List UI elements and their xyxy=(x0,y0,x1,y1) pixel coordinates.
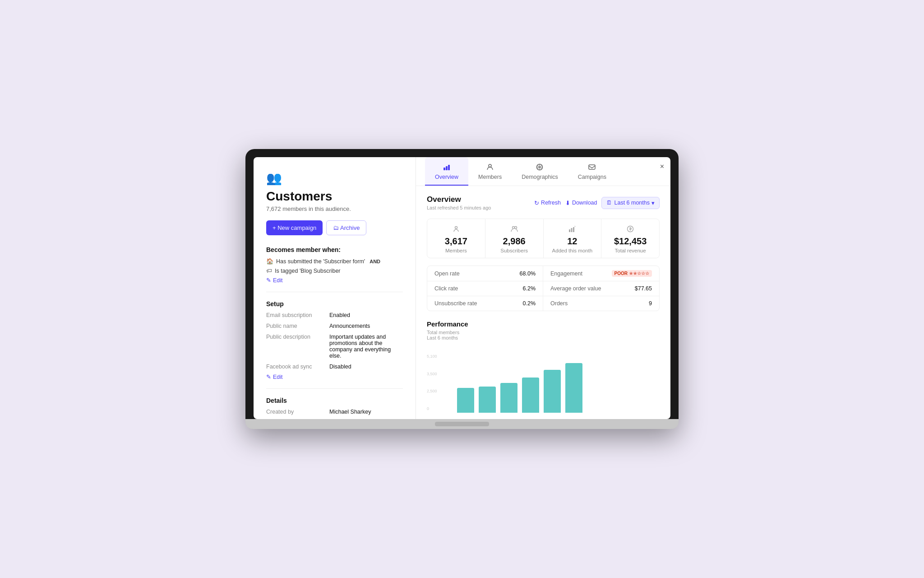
tab-campaigns[interactable]: Campaigns xyxy=(568,157,616,186)
revenue-stat-icon xyxy=(627,225,634,234)
chart-bar-1 xyxy=(457,388,474,413)
tab-members[interactable]: Members xyxy=(468,157,512,186)
svg-rect-0 xyxy=(444,168,445,170)
subscribers-stat-icon xyxy=(511,225,518,234)
laptop-screen: 👥 Customers 7,672 members in this audien… xyxy=(254,157,670,419)
svg-point-6 xyxy=(455,227,457,229)
audience-icon: 👥 xyxy=(266,171,403,186)
svg-point-3 xyxy=(489,164,491,167)
tab-demographics-label: Demographics xyxy=(522,174,558,180)
calendar-icon: 🗓 xyxy=(606,200,612,206)
setup-label-public-name: Public name xyxy=(266,323,329,329)
setup-edit-label: Edit xyxy=(273,374,283,380)
left-panel: 👥 Customers 7,672 members in this audien… xyxy=(254,157,416,419)
chart-bar-5 xyxy=(544,370,561,413)
divider-1 xyxy=(266,292,403,292)
poor-text: POOR xyxy=(614,271,628,276)
stat-revenue: $12,453 Total revenue xyxy=(601,219,659,258)
y-label-bottom: 0 xyxy=(427,406,437,411)
overview-actions: ↻ Refresh ⬇ Download 🗓 Last 6 months ▾ xyxy=(534,197,660,209)
metric-click-rate: Click rate 6.2% xyxy=(427,281,543,296)
laptop-container: 👥 Customers 7,672 members in this audien… xyxy=(245,149,679,429)
metric-open-rate: Open rate 68.0% xyxy=(427,266,543,281)
setup-label-facebook: Facebook ad sync xyxy=(266,364,329,370)
y-label-top: 5,100 xyxy=(427,354,437,359)
tab-demographics[interactable]: Demographics xyxy=(512,157,568,186)
added-stat-label: Added this month xyxy=(552,248,593,253)
avg-order-value: $77.65 xyxy=(635,285,652,292)
y-label-mid2: 3,500 xyxy=(427,372,437,376)
y-label-mid1: 2,500 xyxy=(427,389,437,393)
tab-members-label: Members xyxy=(478,174,502,180)
details-grid: Created by Michael Sharkey Last edited 5… xyxy=(266,409,403,419)
members-stat-label: Members xyxy=(445,248,467,253)
setup-row-email: Email subscription Enabled xyxy=(266,312,403,318)
refresh-icon: ↻ xyxy=(534,200,539,206)
download-button[interactable]: ⬇ Download xyxy=(565,200,597,206)
tab-bar: Overview Members xyxy=(416,157,670,186)
home-icon: 🏠 xyxy=(266,258,273,265)
campaigns-tab-icon xyxy=(588,163,596,172)
tab-overview[interactable]: Overview xyxy=(425,157,468,186)
laptop-trackpad xyxy=(435,422,489,426)
setup-label-email: Email subscription xyxy=(266,312,329,318)
metric-engagement: Engagement POOR ★★☆☆☆ xyxy=(543,266,659,281)
details-value-created-by: Michael Sharkey xyxy=(329,409,371,415)
setup-value-public-name: Announcements xyxy=(329,323,370,329)
time-filter-button[interactable]: 🗓 Last 6 months ▾ xyxy=(601,197,660,209)
divider-2 xyxy=(266,388,403,389)
becomes-member-title: Becomes member when: xyxy=(266,246,403,253)
edit-pencil-icon-2: ✎ xyxy=(266,373,271,380)
setup-edit-link[interactable]: ✎ Edit xyxy=(266,373,403,380)
refresh-label: Refresh xyxy=(541,200,561,206)
revenue-stat-value: $12,453 xyxy=(614,236,647,247)
click-rate-label: Click rate xyxy=(434,285,458,292)
svg-rect-10 xyxy=(571,228,573,232)
metrics-grid: Open rate 68.0% Engagement POOR ★★☆☆☆ Cl… xyxy=(427,266,660,311)
setup-row-description: Public description Important updates and… xyxy=(266,334,403,359)
unsubscribe-label: Unsubscribe rate xyxy=(434,300,477,307)
total-members-label: Total members xyxy=(427,330,459,335)
conditions-edit-link[interactable]: ✎ Edit xyxy=(266,277,403,284)
setup-row-public-name: Public name Announcements xyxy=(266,323,403,329)
overview-content: Overview Last refreshed 5 minutes ago ↻ … xyxy=(416,186,670,419)
tab-campaigns-label: Campaigns xyxy=(578,174,606,180)
chart-y-axis: 5,100 3,500 2,500 0 xyxy=(427,354,437,413)
performance-subtitle: Total members Last 6 months xyxy=(427,330,660,340)
setup-value-email: Enabled xyxy=(329,312,350,318)
subscribers-stat-value: 2,986 xyxy=(503,236,526,247)
laptop-base xyxy=(245,419,679,429)
setup-row-facebook: Facebook ad sync Disabled xyxy=(266,364,403,370)
stats-row: 3,617 Members 2,986 xyxy=(427,219,660,258)
tab-overview-label: Overview xyxy=(435,174,458,180)
chart-bar-4 xyxy=(522,378,539,413)
setup-value-facebook: Disabled xyxy=(329,364,351,370)
refresh-button[interactable]: ↻ Refresh xyxy=(534,200,561,206)
svg-rect-2 xyxy=(448,165,450,170)
close-button[interactable]: × xyxy=(660,163,664,171)
stat-members: 3,617 Members xyxy=(427,219,485,258)
setup-title: Setup xyxy=(266,300,403,308)
orders-label: Orders xyxy=(550,300,568,307)
demographics-tab-icon xyxy=(536,163,543,172)
setup-label-description: Public description xyxy=(266,334,329,340)
setup-grid: Email subscription Enabled Public name A… xyxy=(266,312,403,370)
subscribers-stat-label: Subscribers xyxy=(500,248,528,253)
chart-bar-6 xyxy=(565,363,582,413)
chart-bar-2 xyxy=(479,387,496,413)
metric-orders: Orders 9 xyxy=(543,296,659,311)
time-filter-label: Last 6 months xyxy=(614,200,650,206)
download-icon: ⬇ xyxy=(565,200,570,206)
engagement-badge: POOR ★★☆☆☆ xyxy=(612,270,652,277)
chevron-down-icon: ▾ xyxy=(651,200,655,206)
members-stat-icon xyxy=(453,225,460,234)
metric-unsubscribe: Unsubscribe rate 0.2% xyxy=(427,296,543,311)
metric-avg-order: Average order value $77.65 xyxy=(543,281,659,296)
new-campaign-button[interactable]: + New campaign xyxy=(266,220,323,235)
orders-value: 9 xyxy=(649,300,652,307)
condition-2-text: Is tagged 'Blog Subscriber xyxy=(275,268,341,274)
details-label-created-by: Created by xyxy=(266,409,329,415)
archive-button[interactable]: 🗂 Archive xyxy=(326,220,366,235)
edit-label: Edit xyxy=(273,277,283,284)
overview-tab-icon xyxy=(443,163,450,172)
